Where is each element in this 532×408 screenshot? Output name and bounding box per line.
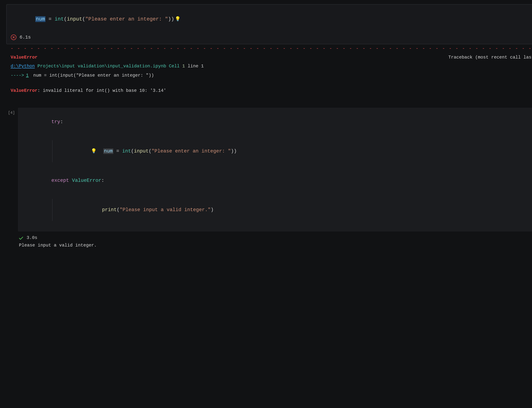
token-var-num: num <box>103 148 113 154</box>
cell1-error-output: - - - - - - - - - - - - - - - - - - - - … <box>6 44 532 95</box>
token-paren: ( <box>131 148 134 154</box>
error-final-text: invalid literal for int() with base 10: … <box>43 88 166 93</box>
cell2-output-text: Please input a valid integer. <box>19 243 97 248</box>
cell2-execution-status: 3.0s <box>18 235 532 241</box>
traceback-file-link[interactable]: d:\Python <box>11 64 35 69</box>
token-print: print <box>102 207 117 212</box>
token-except: except <box>51 178 69 183</box>
token-paren: )) <box>231 148 237 154</box>
token-prompt-string: "Please enter an integer: " <box>151 148 231 154</box>
error-traceback-label: Traceback (most recent call last <box>448 54 532 61</box>
code-cell-2[interactable]: [4] try: 💡 num = int(input("Please enter… <box>6 108 532 249</box>
notebook-view: num = int(input("Please enter an integer… <box>0 0 532 253</box>
token-paren: ( <box>82 16 85 22</box>
error-final-message: ValueError: invalid literal for int() wi… <box>11 87 532 94</box>
token-assign: = <box>45 16 54 22</box>
token-assign: = <box>113 148 122 154</box>
code-cell-1[interactable]: num = int(input("Please enter an integer… <box>6 4 532 95</box>
cell1-exec-time: 6.1s <box>20 34 31 41</box>
lightbulb-icon[interactable]: 💡 <box>174 16 181 23</box>
token-paren: )) <box>168 16 174 22</box>
error-final-colon: : <box>37 88 43 93</box>
traceback-line-word: line <box>185 64 201 69</box>
error-exception-name: ValueError <box>11 54 37 61</box>
token-input: input <box>134 148 149 154</box>
error-final-name: ValueError <box>11 88 37 93</box>
token-valueerror: ValueError <box>72 178 101 183</box>
cell1-execution-status: 6.1s <box>11 34 532 41</box>
token-int: int <box>54 16 64 22</box>
cell1-code-line[interactable]: num = int(input("Please enter an integer… <box>11 8 532 31</box>
cell2-exec-time: 3.0s <box>27 235 37 241</box>
traceback-frame-code: num = int(input("Please enter an integer… <box>31 72 154 79</box>
traceback-cell-num: 1 <box>182 64 185 69</box>
traceback-path-tail: Projects\input validation\ <box>35 64 107 69</box>
traceback-frame-lineno[interactable]: 1 <box>26 72 29 79</box>
cell2-stdout: Please input a valid integer. <box>18 242 532 249</box>
token-int: int <box>122 148 131 154</box>
token-prompt-string: "Please enter an integer: " <box>85 16 168 22</box>
token-paren: ( <box>149 148 152 154</box>
lightbulb-icon[interactable]: 💡 <box>90 148 97 155</box>
traceback-line-num: 1 <box>201 64 204 69</box>
traceback-filename: input_validation.ipynb <box>107 64 166 69</box>
token-paren: ) <box>211 207 214 212</box>
token-var-num: num <box>35 16 45 22</box>
success-icon <box>19 235 24 240</box>
token-input: input <box>67 16 82 22</box>
traceback-frame-line: ----> 1 num = int(input("Please enter an… <box>11 72 532 79</box>
error-icon <box>11 34 16 40</box>
traceback-cell-word: Cell <box>166 64 182 69</box>
error-traceback-path: d:\Python Projects\input validation\inpu… <box>11 63 532 70</box>
token-paren: ( <box>117 207 120 212</box>
traceback-arrow-icon: ----> <box>11 72 24 79</box>
error-separator: - - - - - - - - - - - - - - - - - - - - … <box>11 45 532 52</box>
cell2-exec-count: [4] <box>6 108 15 116</box>
token-colon: : <box>101 178 104 183</box>
cell2-line-except[interactable]: except ValueError: <box>22 170 532 192</box>
token-colon: : <box>60 119 63 125</box>
cell2-line-try[interactable]: try: <box>22 111 532 133</box>
token-try: try <box>51 119 60 125</box>
token-print-string: "Please input a valid integer." <box>120 207 211 212</box>
token-paren: ( <box>64 16 67 22</box>
cell2-line-assign[interactable]: 💡 num = int(input("Please enter an integ… <box>22 133 532 170</box>
cell2-line-print[interactable]: print("Please input a valid integer.") <box>22 192 532 228</box>
